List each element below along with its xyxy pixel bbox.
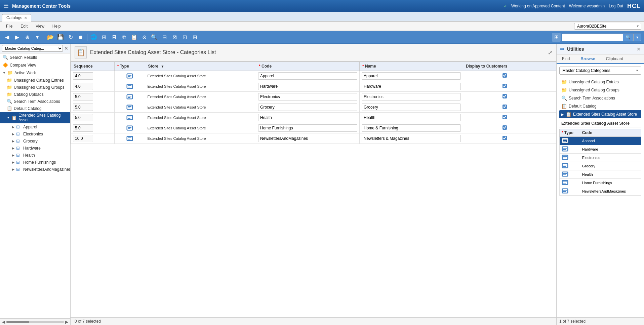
- name-input-4[interactable]: [362, 114, 461, 121]
- menu-help[interactable]: Help: [49, 23, 64, 30]
- right-tree-search-term[interactable]: 🔍 Search Term Associations: [559, 94, 641, 102]
- view-btn[interactable]: ⊡: [180, 33, 189, 42]
- right-catalog-row[interactable]: Electronics: [560, 154, 641, 162]
- fullscreen-icon[interactable]: ⤢: [548, 50, 552, 55]
- menu-edit[interactable]: Edit: [17, 23, 31, 30]
- paste-btn[interactable]: 📋: [130, 33, 138, 42]
- right-tree-default-catalog[interactable]: 📋 Default Catalog: [559, 102, 641, 110]
- utilities-icon-btn[interactable]: ⊞: [552, 33, 561, 42]
- menu-view[interactable]: View: [32, 23, 48, 30]
- store-sort-icon[interactable]: ▼: [161, 65, 164, 68]
- store-select[interactable]: AuroraB2BESite: [574, 23, 641, 30]
- monitor-btn[interactable]: 🖥: [110, 33, 118, 42]
- right-catalog-row[interactable]: Hardware: [560, 145, 641, 154]
- search-submit-btn[interactable]: 🔍: [623, 34, 633, 41]
- nav-newsletters[interactable]: ▶ ⊞ NewslettersAndMagazines: [0, 166, 70, 173]
- right-tree-extended-sites[interactable]: ▶ 📋 Extended Sites Catalog Asset Store: [559, 110, 641, 118]
- add-btn[interactable]: ⊕: [23, 33, 32, 42]
- name-input-0[interactable]: [362, 72, 461, 80]
- nav-extended-sites[interactable]: ▼ 📋 Extended Sites Catalog Asset: [0, 112, 70, 123]
- delete-btn[interactable]: ⊗: [140, 33, 149, 42]
- nav-compare-view[interactable]: 🔶 Compare View: [0, 61, 70, 69]
- seq-input-0[interactable]: [73, 72, 93, 80]
- code-input-4[interactable]: [258, 114, 357, 121]
- code-input-3[interactable]: [258, 104, 357, 111]
- hamburger-menu[interactable]: ☰: [3, 2, 9, 10]
- display-checkbox-3[interactable]: [502, 105, 507, 109]
- save-btn[interactable]: 💾: [56, 33, 65, 42]
- nav-apparel[interactable]: ▶ ⊞ Apparel: [0, 123, 70, 130]
- add-dropdown-btn[interactable]: ▾: [33, 33, 42, 42]
- circle-btn[interactable]: ⏺: [76, 33, 85, 42]
- right-tab-clipboard[interactable]: Clipboard: [601, 54, 629, 64]
- details-btn[interactable]: ⊞: [99, 33, 108, 42]
- code-input-2[interactable]: [258, 93, 357, 100]
- right-tab-find[interactable]: Find: [557, 54, 575, 64]
- right-catalog-row[interactable]: Home Furnishings: [560, 179, 641, 187]
- seq-input-4[interactable]: [73, 114, 93, 121]
- refresh-btn[interactable]: ↻: [66, 33, 75, 42]
- nav-hardware[interactable]: ▶ ⊞ Hardware: [0, 145, 70, 152]
- search-catalog-btn[interactable]: 🔍: [150, 33, 159, 42]
- menu-file[interactable]: File: [3, 23, 16, 30]
- display-checkbox-0[interactable]: [502, 73, 507, 78]
- tab-close-icon[interactable]: ✕: [24, 16, 27, 20]
- nav-default-catalog[interactable]: 📋 Default Catalog: [0, 105, 70, 112]
- right-catalog-row[interactable]: Health: [560, 170, 641, 179]
- name-input-5[interactable]: [362, 124, 461, 132]
- name-input-2[interactable]: [362, 93, 461, 100]
- open-btn[interactable]: 📂: [46, 33, 55, 42]
- code-input-0[interactable]: [258, 72, 357, 80]
- seq-input-1[interactable]: [73, 83, 93, 90]
- right-catalog-row[interactable]: Apparel: [560, 137, 641, 145]
- compare-btn[interactable]: ⊠: [170, 33, 179, 42]
- nav-search-results[interactable]: 🔍 Search Results: [0, 53, 70, 61]
- search-input[interactable]: [562, 34, 623, 41]
- right-tree-unassigned-entries[interactable]: 📁 Unassigned Catalog Entries: [559, 78, 641, 86]
- nav-active-work[interactable]: ▼ 📁 Active Work: [0, 69, 70, 77]
- scroll-left-btn[interactable]: ◀: [2, 320, 5, 324]
- seq-input-5[interactable]: [73, 124, 93, 132]
- nav-grocery[interactable]: ▶ ⊞ Grocery: [0, 137, 70, 145]
- display-checkbox-2[interactable]: [502, 94, 507, 98]
- copy-btn[interactable]: ⧉: [120, 33, 128, 42]
- display-checkbox-1[interactable]: [502, 84, 507, 88]
- search-dropdown-btn[interactable]: ▾: [633, 34, 641, 41]
- tab-catalogs[interactable]: Catalogs ✕: [2, 14, 31, 22]
- display-checkbox-4[interactable]: [502, 115, 507, 119]
- nav-catalog-uploads[interactable]: 📁 Catalog Uploads: [0, 91, 70, 98]
- right-catalog-row[interactable]: NewslettersAndMagazines: [560, 187, 641, 196]
- nav-search-term-assoc[interactable]: 🔍 Search Term Associations: [0, 98, 70, 105]
- name-input-1[interactable]: [362, 83, 461, 90]
- grid-btn[interactable]: ⊟: [160, 33, 169, 42]
- nav-unassigned-groups[interactable]: 📁 Unassigned Catalog Groups: [0, 84, 70, 91]
- seq-input-3[interactable]: [73, 104, 93, 111]
- logout-link[interactable]: Log Out: [609, 4, 623, 8]
- display-checkbox-5[interactable]: [502, 125, 507, 130]
- seq-input-6[interactable]: [73, 135, 93, 142]
- right-tree-unassigned-groups[interactable]: 📁 Unassigned Catalog Groups: [559, 86, 641, 94]
- right-panel-close-btn[interactable]: ✕: [637, 46, 641, 52]
- right-category-select[interactable]: Master Catalog Categories: [559, 67, 641, 75]
- left-panel-dropdown[interactable]: Master Catalog Categ...: [2, 45, 63, 52]
- right-catalog-row[interactable]: Grocery: [560, 162, 641, 170]
- left-panel-close-icon[interactable]: ✕: [64, 46, 68, 51]
- right-tab-browse[interactable]: Browse: [575, 54, 600, 64]
- seq-input-2[interactable]: [73, 93, 93, 100]
- globe-btn[interactable]: 🌐: [89, 33, 98, 42]
- code-input-5[interactable]: [258, 124, 357, 132]
- nav-unassigned-entries[interactable]: 📁 Unassigned Catalog Entries: [0, 77, 70, 84]
- display-checkbox-6[interactable]: [502, 136, 507, 140]
- code-input-6[interactable]: [258, 135, 357, 142]
- scroll-right-btn[interactable]: ▶: [65, 320, 68, 324]
- nav-home-furnishings[interactable]: ▶ ⊞ Home Furnishings: [0, 159, 70, 166]
- name-input-3[interactable]: [362, 104, 461, 111]
- layout-btn[interactable]: ⊞: [190, 33, 199, 42]
- forward-btn[interactable]: ▶: [13, 33, 22, 42]
- name-input-6[interactable]: [362, 135, 461, 142]
- nav-electronics[interactable]: ▶ ⊞ Electronics: [0, 130, 70, 137]
- svg-rect-29: [563, 139, 567, 142]
- code-input-1[interactable]: [258, 83, 357, 90]
- nav-health[interactable]: ▶ ⊞ Health: [0, 152, 70, 159]
- back-btn[interactable]: ◀: [3, 33, 11, 42]
